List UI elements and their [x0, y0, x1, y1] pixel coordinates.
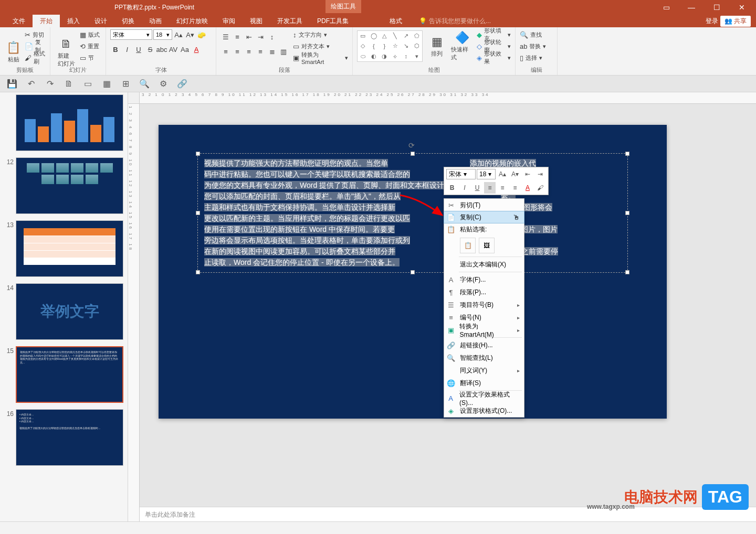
mini-size-combo[interactable]: 18▾ — [477, 169, 496, 179]
save-icon[interactable]: 💾 — [6, 78, 18, 90]
arrange-button[interactable]: ▦排列 — [426, 35, 448, 58]
mini-dec-indent-icon[interactable]: ⇤ — [522, 168, 533, 180]
select-button[interactable]: ▯选择 ▾ — [520, 52, 553, 63]
change-case-icon[interactable]: Aa — [180, 44, 190, 55]
resize-handle[interactable] — [411, 152, 415, 156]
ctx-shape-format[interactable]: ◈设置形状格式(O)... — [444, 404, 524, 417]
tab-view[interactable]: 视图 — [243, 15, 270, 28]
resize-handle[interactable] — [196, 270, 200, 274]
align-center-icon[interactable]: ≡ — [232, 46, 243, 57]
mini-align2-icon[interactable]: ≡ — [497, 182, 508, 194]
tab-dev[interactable]: 开发工具 — [270, 15, 310, 28]
ctx-bullets[interactable]: ☰项目符号(B)▸ — [444, 298, 524, 311]
paste-option-1[interactable]: 📋 — [460, 238, 476, 253]
indent-inc-icon[interactable]: ⇥ — [255, 31, 266, 42]
qat-icon-4[interactable]: ⊞ — [120, 78, 131, 90]
find-button[interactable]: 🔍查找 — [520, 29, 553, 40]
minimize-icon[interactable]: — — [684, 0, 699, 15]
mini-underline-icon[interactable]: U — [471, 182, 483, 194]
vertical-ruler[interactable]: 1 2 3 4 6 7 8 9 10 11 12 13 14 15 16 17 … — [128, 104, 140, 521]
rotate-handle-icon[interactable]: ⟳ — [408, 141, 417, 149]
ctx-synonyms[interactable]: 同义词(Y)▸ — [444, 364, 524, 377]
resize-handle[interactable] — [411, 270, 415, 274]
share-button[interactable]: 👥 共享 — [720, 16, 751, 27]
horizontal-ruler[interactable]: 3 2 1 0 1 2 3 4 5 6 7 8 9 10 11 12 13 14… — [140, 92, 756, 104]
login-button[interactable]: 登录 — [706, 17, 718, 26]
mini-shrink-font-icon[interactable]: A▾ — [509, 168, 521, 180]
align-left-icon[interactable]: ≡ — [220, 46, 231, 57]
ctx-copy[interactable]: 📄复制(C)🖱 — [444, 211, 524, 223]
ctx-exit-text-edit[interactable]: 退出文本编辑(X) — [444, 258, 524, 271]
ctx-paragraph[interactable]: ¶段落(P)... — [444, 286, 524, 298]
tab-home[interactable]: 开始 — [33, 15, 60, 28]
tab-pdf[interactable]: PDF工具集 — [310, 15, 356, 28]
font-size-combo[interactable]: 18▾ — [153, 29, 172, 40]
text-box[interactable]: ⟳ 视频提供了功能强大的方法帮助您证明您的观点。当您单 添加的视频的嵌入代 码中… — [197, 153, 628, 273]
resize-handle[interactable] — [196, 211, 200, 215]
slide-thumb-13[interactable] — [16, 220, 123, 277]
tab-animation[interactable]: 动画 — [142, 15, 169, 28]
resize-handle[interactable] — [625, 152, 629, 156]
slide-thumb-12[interactable] — [16, 157, 123, 214]
paste-option-2[interactable]: 🖼 — [479, 238, 495, 253]
align-text-button[interactable]: ▭对齐文本 ▾ — [293, 41, 348, 51]
mini-inc-indent-icon[interactable]: ⇥ — [534, 168, 546, 180]
mini-align3-icon[interactable]: ≡ — [509, 182, 521, 194]
replace-button[interactable]: ab替换 ▾ — [520, 41, 553, 51]
slide-thumbnails-panel[interactable]: 12 13 14 举例文字 15 视频提供了功能强大的方法帮助您证明您的观点当您… — [0, 92, 128, 521]
mini-font-combo[interactable]: 宋体▾ — [446, 169, 476, 179]
ctx-hyperlink[interactable]: 🔗超链接(H)... — [444, 339, 524, 351]
slide-thumb-15[interactable]: 视频提供了功能强大的方法帮助您证明您的观点当您单击联机视频时可以在想要添加的视频… — [16, 346, 123, 403]
tab-file[interactable]: 文件 — [5, 15, 33, 28]
mini-grow-font-icon[interactable]: A▴ — [497, 168, 508, 180]
distribute-icon[interactable]: ≣ — [267, 46, 277, 57]
reset-button[interactable]: ⟲重置 — [80, 41, 100, 51]
qat-icon-2[interactable]: ▭ — [82, 78, 93, 90]
tell-me-input[interactable]: 💡 告诉我您想要做什么... — [419, 17, 491, 26]
tab-insert[interactable]: 插入 — [60, 15, 87, 28]
close-icon[interactable]: ✕ — [734, 0, 750, 15]
indent-dec-icon[interactable]: ⇤ — [244, 31, 254, 42]
resize-handle[interactable] — [625, 270, 629, 274]
slide-canvas[interactable]: ⟳ 视频提供了功能强大的方法帮助您证明您的观点。当您单 添加的视频的嵌入代 码中… — [159, 125, 667, 419]
text-direction-button[interactable]: ↕文字方向 ▾ — [293, 29, 348, 40]
ctx-smart-lookup[interactable]: 🔍智能查找(L) — [444, 351, 524, 364]
resize-handle[interactable] — [625, 211, 629, 215]
mini-align-icon[interactable]: ≡ — [484, 182, 496, 194]
align-right-icon[interactable]: ≡ — [244, 46, 254, 57]
slide-thumb-14[interactable]: 举例文字 — [16, 283, 123, 340]
slide-thumb-16[interactable]: • 内容文本...• 内容文本...• 内容文本...视频提供了功能强大的方法帮… — [16, 409, 123, 466]
ctx-text-effect[interactable]: A设置文字效果格式(S)... — [444, 392, 524, 404]
ctx-smartart[interactable]: ▣转换为 SmartArt(M)▸ — [444, 324, 524, 336]
shapes-gallery[interactable]: ▭◯△╲↗⬠ ◇{}☆↘⬡ ⬭◐◑⟡↕▾ — [357, 30, 423, 62]
mini-italic-icon[interactable]: I — [459, 182, 470, 194]
slide-body-text[interactable]: 视频提供了功能强大的方法帮助您证明您的观点。当您单 添加的视频的嵌入代 码中进行… — [198, 154, 627, 272]
clear-format-icon[interactable]: 🧽 — [196, 29, 207, 40]
qat-icon-7[interactable]: 🔗 — [176, 78, 188, 90]
columns-icon[interactable]: ▥ — [278, 46, 289, 57]
qat-icon-6[interactable]: ⚙ — [158, 78, 169, 90]
ctx-cut[interactable]: ✂剪切(T) — [444, 199, 524, 211]
strike-icon[interactable]: S — [145, 44, 155, 55]
ribbon-options-icon[interactable]: ▭ — [658, 0, 674, 15]
tab-design[interactable]: 设计 — [87, 15, 114, 28]
justify-icon[interactable]: ≡ — [255, 46, 266, 57]
qat-icon-1[interactable]: 🗎 — [63, 78, 75, 90]
decrease-font-icon[interactable]: A▾ — [185, 29, 195, 40]
qat-icon-3[interactable]: ▦ — [101, 78, 112, 90]
increase-font-icon[interactable]: A▴ — [173, 29, 184, 40]
mini-font-color-icon[interactable]: A — [522, 182, 533, 194]
numbering-icon[interactable]: ≡ — [232, 31, 243, 42]
line-spacing-icon[interactable]: ↕ — [267, 31, 277, 42]
tab-format[interactable]: 格式 — [382, 15, 410, 28]
mini-format-painter-icon[interactable]: 🖌 — [534, 182, 546, 194]
layout-button[interactable]: ▦版式 — [80, 29, 100, 40]
quick-styles-button[interactable]: 🔷快速样式 — [451, 31, 473, 61]
italic-icon[interactable]: I — [122, 44, 132, 55]
slide-thumb-11[interactable] — [16, 94, 123, 151]
mini-bold-icon[interactable]: B — [446, 182, 458, 194]
redo-icon[interactable]: ↷ — [44, 78, 56, 90]
shape-effects-button[interactable]: ◈形状效果 ▾ — [477, 52, 511, 63]
section-button[interactable]: ▭节 — [80, 52, 100, 63]
resize-handle[interactable] — [196, 152, 200, 156]
